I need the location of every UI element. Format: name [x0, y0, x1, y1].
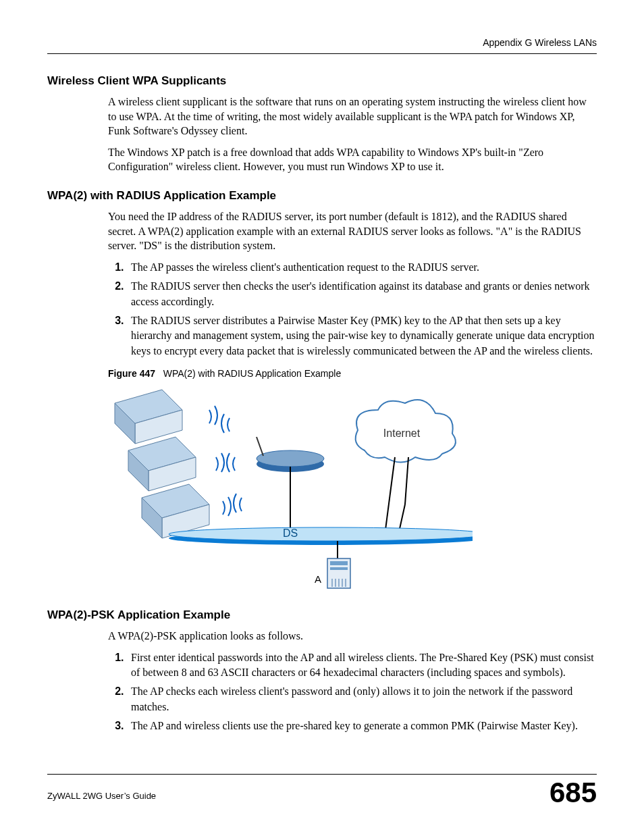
figure-title: WPA(2) with RADIUS Application Example: [163, 368, 342, 379]
page-header: Appendix G Wireless LANs: [47, 37, 597, 54]
laptop-icon: [115, 390, 182, 444]
server-icon: A: [315, 558, 350, 588]
footer-page-number: 685: [549, 779, 597, 807]
step-item: The AP passes the wireless client's auth…: [127, 260, 597, 275]
footer-guide-name: ZyWALL 2WG User’s Guide: [47, 791, 156, 801]
svg-rect-15: [330, 561, 348, 565]
label-ds: DS: [283, 527, 298, 539]
heading-supplicants: Wireless Client WPA Supplicants: [47, 74, 597, 88]
ds-bar-icon: DS: [169, 527, 473, 545]
label-internet: Internet: [383, 427, 421, 439]
heading-wpa-radius: WPA(2) with RADIUS Application Example: [47, 189, 597, 203]
step-item: The RADIUS server then checks the user's…: [127, 279, 597, 309]
body-paragraph: A wireless client supplicant is the soft…: [108, 95, 597, 138]
svg-point-13: [169, 527, 473, 541]
figure-caption: Figure 447 WPA(2) with RADIUS Applicatio…: [108, 368, 597, 379]
label-a: A: [315, 573, 321, 585]
wifi-icon: [209, 406, 230, 433]
body-paragraph: You need the IP address of the RADIUS se…: [108, 209, 597, 253]
step-item: The RADIUS server distributes a Pairwise…: [127, 313, 597, 359]
svg-point-10: [257, 450, 324, 467]
steps-list: The AP passes the wireless client's auth…: [108, 260, 597, 359]
wifi-icon: [223, 494, 242, 516]
link-line: [385, 457, 395, 535]
wifi-icon: [216, 453, 235, 472]
page-footer: ZyWALL 2WG User’s Guide 685: [47, 774, 597, 807]
link-line: [405, 457, 408, 504]
heading-wpa-psk: WPA(2)-PSK Application Example: [47, 608, 597, 622]
figure-number: Figure 447: [108, 368, 155, 379]
cloud-icon: Internet: [356, 400, 456, 463]
laptop-icon: [128, 437, 196, 491]
body-paragraph: The Windows XP patch is a free download …: [108, 145, 597, 174]
step-item: The AP checks each wireless client's pas…: [127, 684, 597, 714]
steps-list: First enter identical passwords into the…: [108, 650, 597, 734]
body-paragraph: A WPA(2)-PSK application looks as follow…: [108, 629, 597, 644]
step-item: The AP and wireless clients use the pre-…: [127, 719, 597, 733]
svg-line-11: [257, 437, 263, 456]
step-item: First enter identical passwords into the…: [127, 650, 597, 681]
svg-rect-16: [330, 567, 348, 570]
diagram-wpa-radius: Internet DS: [108, 383, 597, 592]
